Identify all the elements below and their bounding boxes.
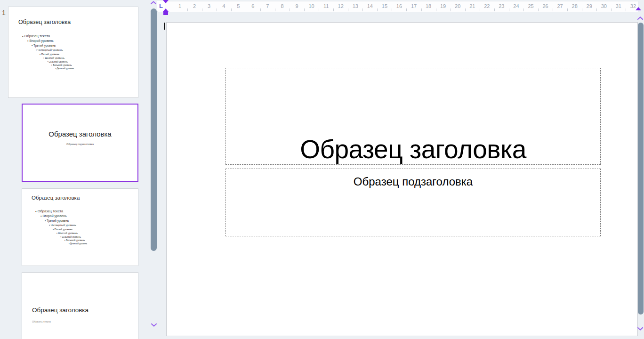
ruler-tick: [362, 8, 363, 11]
ruler-tick: [173, 8, 173, 11]
hanging-indent-marker[interactable]: [163, 8, 169, 12]
outline-line: • Восьмой уровень: [32, 239, 87, 242]
ruler-tick: [217, 8, 217, 11]
ruler-number: 7: [266, 3, 269, 9]
ruler-number: 6: [251, 3, 254, 9]
thumbnail-section-header-layout[interactable]: Образец заголовка Образец текста: [22, 272, 138, 339]
master-slide-number: 1: [2, 9, 6, 16]
left-indent-marker[interactable]: [163, 12, 168, 15]
ruler-tick: [538, 8, 539, 11]
ruler-number: 17: [411, 3, 417, 9]
outline-line: • Третий уровень: [18, 43, 74, 48]
thumbnail-outline-list: • Образец текста• Второй уровень• Третий…: [18, 33, 74, 71]
ruler-tick: [451, 8, 451, 11]
ruler-number: 31: [616, 3, 621, 9]
thumbnail-title-slide-layout[interactable]: Образец заголовка Образец подзаголовка: [22, 104, 138, 182]
ruler-tick: [509, 8, 509, 11]
ruler-number: 4: [222, 3, 225, 9]
ruler-tick: [421, 8, 422, 11]
outline-line: • Четвертый уровень: [32, 223, 87, 227]
ruler-tick: [377, 8, 378, 11]
panel-scroll-up-icon[interactable]: [150, 0, 157, 5]
presentation-editor-window: { "app": { "background": "#ecf0f4", "acc…: [0, 0, 644, 339]
ruler-tick: [567, 8, 568, 11]
right-indent-marker[interactable]: [636, 7, 641, 10]
ruler-number: 15: [382, 3, 387, 9]
panel-scrollbar-thumb[interactable]: [151, 8, 157, 251]
ruler-tick: [494, 8, 495, 11]
ruler-number: 27: [557, 3, 563, 9]
title-placeholder[interactable]: Образец заголовка: [225, 68, 601, 165]
ruler-number: 1: [178, 3, 181, 9]
thumbnail-subtitle: Образец подзаголовка: [23, 143, 137, 145]
thumbnail-title: Образец заголовка: [32, 195, 80, 201]
ruler-tick: [465, 8, 466, 11]
ruler-number: 25: [528, 3, 533, 9]
ruler-number: 11: [323, 3, 329, 9]
ruler-number: 12: [338, 3, 344, 9]
ruler-tick: [231, 8, 232, 11]
canvas-scroll-up-icon[interactable]: [637, 16, 644, 21]
ruler-tick: [333, 8, 334, 11]
slide-layouts-panel: 1 Образец заголовка • Образец текста• Вт…: [0, 0, 147, 339]
thumbnail-slide-master[interactable]: Образец заголовка • Образец текста• Втор…: [8, 7, 138, 98]
ruler-number: 26: [542, 3, 548, 9]
outline-line: • Третий уровень: [32, 218, 87, 223]
ruler-tick: [436, 8, 436, 11]
ruler-number: 8: [281, 3, 283, 9]
subtitle-placeholder-text: Образец подзаголовка: [354, 175, 473, 188]
ruler-number: 21: [469, 3, 475, 9]
ruler-tick: [392, 8, 392, 11]
subtitle-placeholder[interactable]: Образец подзаголовка: [225, 169, 601, 236]
ruler-tick: [319, 8, 319, 11]
thumbnail-title: Образец заголовка: [18, 19, 71, 25]
ruler-tick: [275, 8, 275, 11]
outline-line: • Пятый уровень: [32, 227, 87, 231]
thumbnail-subtitle: Образец текста: [32, 320, 51, 323]
canvas-scroll-down-icon[interactable]: [637, 326, 644, 331]
ruler-number: 29: [587, 3, 592, 9]
slide-canvas[interactable]: Образец заголовка Образец подзаголовка: [166, 22, 638, 336]
outline-line: • Восьмой уровень: [18, 64, 74, 67]
ruler-number: 19: [440, 3, 446, 9]
ruler-number: 10: [308, 3, 314, 9]
outline-line: • Образец текста: [32, 209, 87, 214]
ruler-number: 2: [193, 3, 196, 9]
thumbnail-title: Образец заголовка: [32, 307, 89, 314]
ruler-tick: [596, 8, 597, 11]
ruler-number: 13: [353, 3, 358, 9]
canvas-scrollbar-thumb[interactable]: [638, 23, 644, 315]
ruler-number: 9: [295, 3, 298, 9]
ruler-tick: [406, 8, 407, 11]
ruler-tick: [260, 8, 261, 11]
outline-line: • Шестой уровень: [32, 231, 87, 235]
outline-line: • Пятый уровень: [18, 52, 74, 56]
thumbnail-outline-list: • Образец текста• Второй уровень• Третий…: [32, 209, 87, 246]
ruler-number: 5: [237, 3, 240, 9]
panel-scroll-down-icon[interactable]: [151, 323, 157, 327]
ruler-number: 16: [396, 3, 402, 9]
ruler-number: 24: [513, 3, 519, 9]
ruler-number: 28: [572, 3, 578, 9]
ruler-tick: [202, 8, 202, 11]
title-placeholder-text: Образец заголовка: [300, 135, 526, 164]
ruler-number: 23: [499, 3, 504, 9]
ruler-number: 20: [455, 3, 460, 9]
outline-line: • Девятый уровень: [18, 67, 74, 71]
ruler-tick: [246, 8, 246, 11]
thumbnail-title: Образец заголовка: [23, 130, 137, 138]
outline-line: • Девятый уровень: [32, 242, 87, 246]
ruler-tick: [480, 8, 480, 11]
ruler-tick: [582, 8, 582, 11]
ruler-tick: [290, 8, 290, 11]
ruler-tick: [611, 8, 612, 11]
first-line-indent-marker[interactable]: [163, 0, 169, 3]
ruler-tick: [348, 8, 348, 11]
ruler-tick: [187, 8, 188, 11]
thumbnail-title-content-layout[interactable]: Образец заголовка • Образец текста• Втор…: [22, 188, 138, 266]
ruler-number: 22: [484, 3, 490, 9]
ruler-tick: [523, 8, 524, 11]
outline-line: • Образец текста: [18, 33, 74, 39]
ruler-tick: [304, 8, 305, 11]
outline-line: • Седьмой уровень: [32, 235, 87, 239]
